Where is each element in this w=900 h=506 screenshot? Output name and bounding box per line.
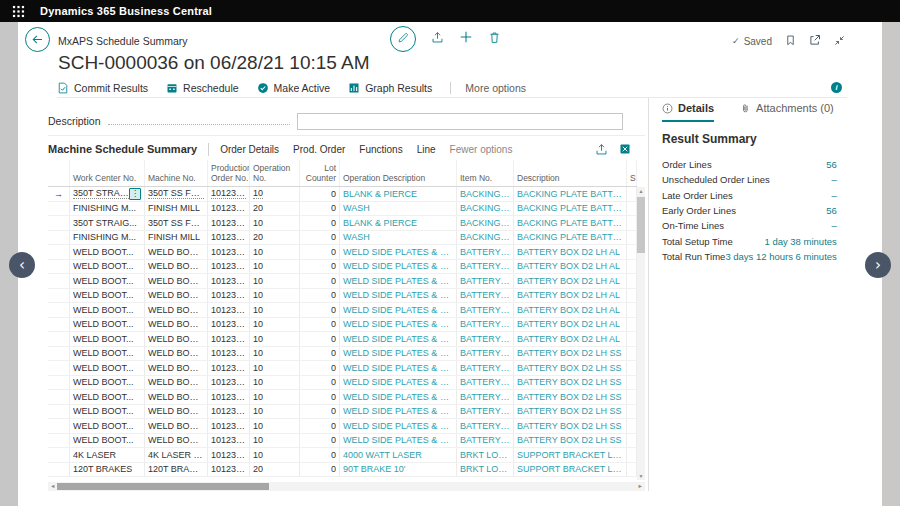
table-cell[interactable]: WELD BOOT...	[70, 260, 145, 274]
table-row[interactable]: FINISHING M...FINISH MILL1012330200WASHB…	[48, 231, 637, 246]
table-cell[interactable]: 0	[300, 361, 340, 375]
table-horizontal-scrollbar[interactable]: ◄ ►	[48, 482, 645, 491]
table-cell[interactable]: WELD BOOT...	[145, 434, 208, 448]
row-selector-cell[interactable]	[48, 260, 70, 274]
tab-attachments-0[interactable]: Attachments (0)	[740, 102, 834, 122]
table-cell[interactable]: 1012340	[208, 376, 250, 390]
table-cell[interactable]: WELD BOOT...	[70, 361, 145, 375]
table-cell[interactable]: BATTERY BOX ...	[457, 434, 514, 448]
table-cell[interactable]: WELD BOOT...	[70, 274, 145, 288]
table-cell[interactable]	[627, 216, 637, 230]
table-cell[interactable]: WELD BOOT...	[145, 390, 208, 404]
row-selector-cell[interactable]	[48, 463, 70, 477]
table-cell[interactable]: 1012345	[208, 463, 250, 477]
new-button[interactable]	[459, 30, 473, 48]
table-cell[interactable]: BATTERY BOX D2 LH SS	[514, 390, 627, 404]
more-options-button[interactable]: More options	[465, 82, 526, 94]
table-cell[interactable]: 1012337	[208, 332, 250, 346]
open-in-excel-button[interactable]	[619, 143, 631, 156]
menu-line[interactable]: Line	[417, 144, 436, 155]
table-row[interactable]: WELD BOOT...WELD BOOT...1012339100WELD S…	[48, 361, 637, 376]
table-cell[interactable]	[627, 303, 637, 317]
fewer-options-button[interactable]: Fewer options	[450, 144, 513, 155]
table-row[interactable]: WELD BOOT...WELD BOOT...1012335100WELD S…	[48, 303, 637, 318]
table-cell[interactable]: 0	[300, 376, 340, 390]
field-value[interactable]: 1 day 38 minutes	[764, 236, 836, 247]
row-context-menu-icon[interactable]: ⋮	[129, 188, 141, 200]
table-cell[interactable]: 10	[250, 347, 300, 361]
horizontal-scroll-thumb[interactable]	[57, 483, 269, 490]
table-cell[interactable]: BATTERY BOX D2 LH SS	[514, 419, 627, 433]
share-button[interactable]	[595, 143, 608, 156]
table-cell[interactable]: 1012343	[208, 419, 250, 433]
table-cell[interactable]: WELD BOOT...	[145, 289, 208, 303]
reschedule-button[interactable]: Reschedule	[166, 82, 238, 94]
table-cell[interactable]: SUPPORT BRACKET LONG	[514, 448, 627, 462]
table-cell[interactable]: 120T BRAKES	[70, 463, 145, 477]
table-cell[interactable]: FINISHING M...	[70, 231, 145, 245]
table-cell[interactable]	[627, 419, 637, 433]
table-cell[interactable]	[627, 231, 637, 245]
table-cell[interactable]: 0	[300, 216, 340, 230]
table-cell[interactable]: 10	[250, 448, 300, 462]
table-cell[interactable]: BATTERY BOX ...	[457, 303, 514, 317]
table-cell[interactable]: 4K LASER SB 1	[145, 448, 208, 462]
table-cell[interactable]: BATTERY BOX ...	[457, 318, 514, 332]
table-cell[interactable]: WELD SIDE PLATES & COVER	[340, 376, 457, 390]
table-cell[interactable]: 0	[300, 405, 340, 419]
table-cell[interactable]: BATTERY BOX D2 LH AL	[514, 332, 627, 346]
table-cell[interactable]: 0	[300, 448, 340, 462]
table-row[interactable]: WELD BOOT...WELD BOOT...1012337100WELD S…	[48, 332, 637, 347]
table-cell[interactable]: WELD BOOT...	[70, 419, 145, 433]
table-cell[interactable]	[627, 260, 637, 274]
table-cell[interactable]: BLANK & PIERCE	[340, 187, 457, 201]
tab-details[interactable]: Details	[662, 102, 714, 122]
table-cell[interactable]: BATTERY BOX ...	[457, 405, 514, 419]
table-cell[interactable]: 0	[300, 202, 340, 216]
table-cell[interactable]: BATTERY BOX ...	[457, 361, 514, 375]
column-header-production-order-no[interactable]: Production Order No.	[208, 160, 250, 186]
table-cell[interactable]: BATTERY BOX D2 LH SS	[514, 434, 627, 448]
table-vertical-scrollbar[interactable]: ▲ ▼	[637, 187, 645, 480]
table-cell[interactable]: BLANK & PIERCE	[340, 216, 457, 230]
row-selector-cell[interactable]	[48, 332, 70, 346]
table-cell[interactable]: WELD SIDE PLATES & COVER	[340, 289, 457, 303]
table-cell[interactable]: WELD BOOT...	[70, 332, 145, 346]
menu-functions[interactable]: Functions	[359, 144, 402, 155]
table-cell[interactable]: WELD BOOT...	[145, 260, 208, 274]
table-cell[interactable]: 10	[250, 376, 300, 390]
share-button[interactable]	[431, 30, 444, 48]
table-cell[interactable]: WELD SIDE PLATES & COVER	[340, 260, 457, 274]
row-selector-cell[interactable]	[48, 274, 70, 288]
table-cell[interactable]: 1012334	[208, 289, 250, 303]
table-cell[interactable]: WELD SIDE PLATES & COVER	[340, 274, 457, 288]
table-cell[interactable]: 1012329	[208, 202, 250, 216]
table-cell[interactable]: BACKING PLATE BATTERY BOX D...	[514, 216, 627, 230]
table-cell[interactable]: BATTERY BOX D2 LH AL	[514, 274, 627, 288]
table-cell[interactable]: WELD BOOT...	[145, 419, 208, 433]
table-cell[interactable]: 10	[250, 419, 300, 433]
column-header-s[interactable]: S	[627, 160, 637, 186]
graph-results-button[interactable]: Graph Results	[348, 82, 432, 94]
app-launcher-icon[interactable]	[6, 5, 30, 18]
table-row[interactable]: WELD BOOT...WELD BOOT...1012336100WELD S…	[48, 318, 637, 333]
table-cell[interactable]: WELD BOOT...	[70, 303, 145, 317]
table-row[interactable]: WELD BOOT...WELD BOOT...1012342100WELD S…	[48, 405, 637, 420]
table-cell[interactable]: WELD BOOT...	[145, 318, 208, 332]
table-cell[interactable]: WELD SIDE PLATES & COVER	[340, 347, 457, 361]
table-cell[interactable]: FINISH MILL	[145, 231, 208, 245]
table-cell[interactable]: 0	[300, 289, 340, 303]
table-cell[interactable]: 1012339	[208, 361, 250, 375]
table-row[interactable]: FINISHING M...FINISH MILL1012329200WASHB…	[48, 202, 637, 217]
row-selector-cell[interactable]	[48, 361, 70, 375]
column-header-lot-counter[interactable]: Lot Counter	[300, 160, 340, 186]
row-selector-cell[interactable]	[48, 376, 70, 390]
table-cell[interactable]	[627, 434, 637, 448]
table-cell[interactable]: BATTERY BOX ...	[457, 419, 514, 433]
table-cell[interactable]	[627, 347, 637, 361]
table-cell[interactable]: 0	[300, 434, 340, 448]
table-cell[interactable]: 10	[250, 361, 300, 375]
table-cell[interactable]: BATTERY BOX D2 LH SS	[514, 405, 627, 419]
table-cell[interactable]	[627, 289, 637, 303]
info-icon[interactable]: i	[831, 82, 842, 93]
